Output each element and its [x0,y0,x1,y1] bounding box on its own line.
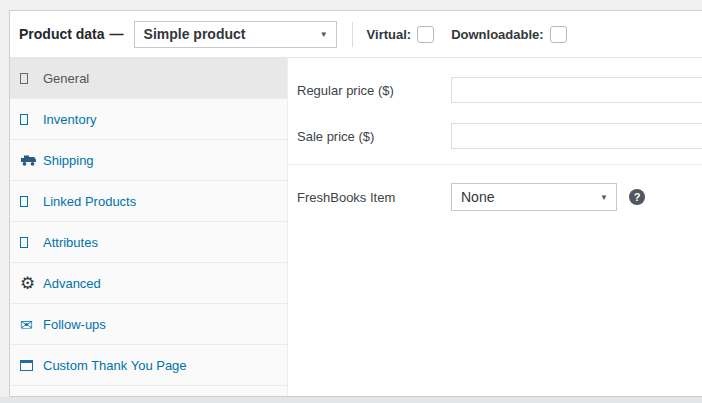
product-data-panel: Product data — Simple product ▼ Virtual:… [9,10,702,397]
regular-price-row: Regular price ($) [297,77,702,103]
tab-label: General [43,71,89,86]
tab-advanced[interactable]: ⚙ Advanced [10,263,287,304]
tab-custom-thank-you-page[interactable]: Custom Thank You Page [10,345,287,386]
window-icon [20,360,43,371]
page-bottom-strip [0,397,702,403]
freshbooks-item-select[interactable]: None ▼ [451,183,617,211]
dropdown-arrow-icon: ▼ [600,193,608,202]
truck-icon [20,154,43,167]
tab-label: Advanced [43,276,101,291]
box-icon [20,114,43,125]
section-divider [288,164,702,165]
general-panel: Regular price ($) Sale price ($) FreshBo… [288,58,702,396]
tab-attributes[interactable]: Attributes [10,222,287,263]
gear-icon: ⚙ [20,275,43,292]
dropdown-arrow-icon: ▼ [320,30,328,39]
sale-price-label: Sale price ($) [297,129,451,144]
tab-follow-ups[interactable]: ✉ Follow-ups [10,304,287,345]
virtual-label: Virtual: [367,27,412,42]
panel-title: Product data [19,26,105,42]
tab-label: Follow-ups [43,317,106,332]
box-icon [20,73,43,84]
tab-label: Shipping [43,153,94,168]
sale-price-input[interactable] [451,123,702,149]
downloadable-label: Downloadable: [451,27,543,42]
sale-price-row: Sale price ($) [297,123,702,149]
help-icon-glyph: ? [634,191,641,203]
box-icon [20,237,43,248]
product-type-select[interactable]: Simple product ▼ [134,21,337,48]
virtual-checkbox[interactable] [417,26,434,43]
downloadable-checkbox[interactable] [550,26,567,43]
tab-inventory[interactable]: Inventory [10,99,287,140]
header-divider [352,22,353,47]
freshbooks-item-value: None [461,189,494,205]
product-type-value: Simple product [144,26,246,42]
regular-price-input[interactable] [451,77,702,103]
product-data-header: Product data — Simple product ▼ Virtual:… [10,11,702,58]
tab-label: Attributes [43,235,98,250]
box-icon [20,196,43,207]
tab-label: Linked Products [43,194,136,209]
tab-linked-products[interactable]: Linked Products [10,181,287,222]
tab-general[interactable]: General [10,58,287,99]
product-data-body: General Inventory Shipping [10,58,702,396]
regular-price-label: Regular price ($) [297,83,451,98]
tab-label: Custom Thank You Page [43,358,187,373]
freshbooks-item-row: FreshBooks Item None ▼ ? [297,183,702,211]
envelope-icon: ✉ [20,317,43,332]
tab-shipping[interactable]: Shipping [10,140,287,181]
title-separator: — [110,26,124,42]
product-data-tabs: General Inventory Shipping [10,58,288,396]
help-icon[interactable]: ? [629,189,645,205]
freshbooks-item-label: FreshBooks Item [297,190,451,205]
tab-label: Inventory [43,112,96,127]
